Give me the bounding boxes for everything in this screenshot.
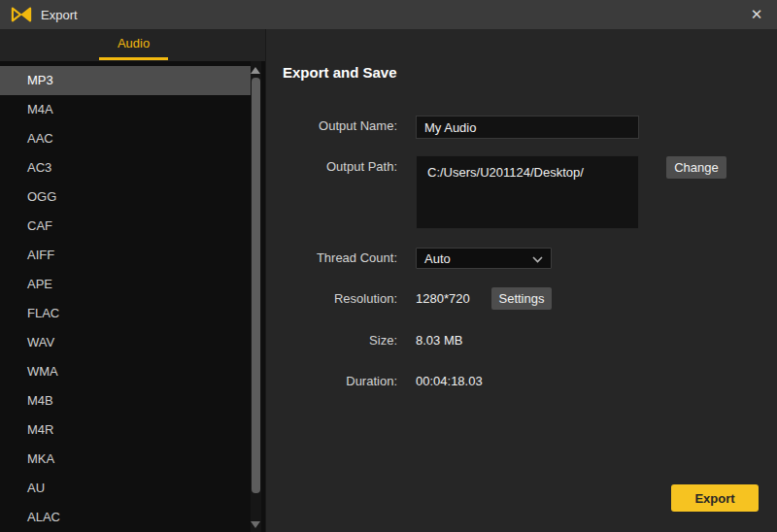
output-name-input[interactable]	[416, 116, 639, 139]
format-item-ogg[interactable]: OGG	[0, 183, 251, 212]
format-item-aiff[interactable]: AIFF	[0, 241, 251, 270]
sidebar: Audio MP3M4AAACAC3OGGCAFAIFFAPEFLACWAVWM…	[0, 29, 265, 532]
format-item-ape[interactable]: APE	[0, 270, 251, 299]
output-name-label: Output Name:	[266, 116, 397, 137]
size-value: 8.03 MB	[416, 330, 462, 351]
format-item-mka[interactable]: MKA	[0, 445, 251, 474]
format-item-caf[interactable]: CAF	[0, 212, 251, 241]
output-path-box: C:/Users/U201124/Desktop/	[416, 155, 639, 229]
thread-count-value: Auto	[424, 251, 451, 266]
duration-value: 00:04:18.03	[416, 371, 483, 392]
format-item-m4r[interactable]: M4R	[0, 416, 251, 445]
page-title: Export and Save	[283, 64, 397, 81]
chevron-down-icon	[532, 251, 543, 266]
titlebar: Export ✕	[0, 0, 777, 29]
format-item-flac[interactable]: FLAC	[0, 299, 251, 328]
scrollbar-thumb[interactable]	[252, 78, 260, 493]
window-title: Export	[41, 8, 78, 22]
scroll-up-icon[interactable]	[251, 67, 260, 74]
format-item-m4a[interactable]: M4A	[0, 95, 251, 124]
format-item-alac[interactable]: ALAC	[0, 503, 251, 532]
thread-count-label: Thread Count:	[266, 248, 397, 269]
settings-button[interactable]: Settings	[491, 287, 552, 310]
export-button[interactable]: Export	[671, 484, 759, 512]
close-button[interactable]: ✕	[736, 0, 777, 29]
resolution-label: Resolution:	[266, 288, 397, 310]
tab-audio[interactable]: Audio	[99, 36, 168, 50]
resolution-value: 1280*720	[416, 288, 470, 310]
output-path-label: Output Path:	[266, 156, 397, 178]
format-item-wav[interactable]: WAV	[0, 328, 251, 357]
tab-underline	[99, 57, 168, 60]
scroll-down-icon[interactable]	[251, 521, 260, 528]
format-item-wma[interactable]: WMA	[0, 357, 251, 386]
size-label: Size:	[266, 330, 397, 351]
format-item-mp3[interactable]: MP3	[0, 66, 251, 95]
duration-label: Duration:	[266, 371, 397, 392]
close-icon: ✕	[751, 6, 763, 23]
format-item-ac3[interactable]: AC3	[0, 153, 251, 183]
format-item-au[interactable]: AU	[0, 474, 251, 503]
format-item-aac[interactable]: AAC	[0, 124, 251, 153]
export-panel: Export and Save Output Name: Output Path…	[265, 29, 777, 532]
format-list: MP3M4AAACAC3OGGCAFAIFFAPEFLACWAVWMAM4BM4…	[0, 61, 265, 532]
tab-header: Audio	[0, 29, 265, 61]
scrollbar[interactable]	[251, 61, 261, 532]
change-button[interactable]: Change	[666, 156, 726, 179]
format-item-m4b[interactable]: M4B	[0, 386, 251, 416]
app-logo-icon	[10, 5, 33, 24]
thread-count-dropdown[interactable]: Auto	[416, 248, 552, 269]
